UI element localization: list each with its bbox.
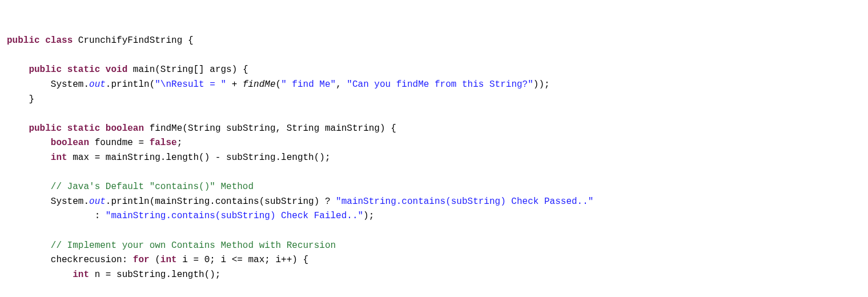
paren-open: ( [276, 79, 282, 90]
keyword-static: static [67, 123, 101, 134]
system-ref: System. [51, 79, 89, 90]
keyword-int: int [73, 270, 89, 280]
code-line: public class CrunchifyFindString { [7, 35, 194, 46]
operator-plus: + [226, 79, 243, 90]
code-line: : "mainString.contains(subString) Check … [7, 211, 374, 221]
string-literal: "\nResult = " [155, 79, 226, 90]
keyword-public: public [29, 65, 62, 75]
out-field: out [89, 79, 106, 90]
string-literal: "mainString.contains(subString) Check Pa… [336, 196, 593, 207]
var-decl: foundme = [89, 138, 150, 148]
brace-open: { [188, 35, 194, 46]
code-line: int max = mainString.length() - subStrin… [7, 152, 331, 163]
code-line: System.out.println(mainString.contains(s… [7, 196, 593, 207]
for-body: i = 0; i <= max; i++) { [177, 255, 308, 265]
out-field: out [89, 196, 106, 207]
ternary-colon: : [95, 211, 106, 221]
method-sig: main(String[] args) { [133, 65, 248, 75]
class-name: CrunchifyFindString [78, 35, 182, 46]
comment: // Java's Default "contains()" Method [51, 182, 254, 192]
comma: , [336, 79, 347, 90]
method-call: .println( [106, 79, 155, 90]
keyword-false: false [150, 138, 177, 148]
string-literal: "Can you findMe from this String?" [347, 79, 533, 90]
comment: // Implement your own Contains Method wi… [51, 240, 336, 251]
keyword-static: static [67, 65, 101, 75]
code-line: // Java's Default "contains()" Method [7, 182, 254, 192]
keyword-for: for [133, 255, 150, 265]
semicolon: ; [177, 138, 183, 148]
brace-close: } [29, 94, 34, 105]
code-block: public class CrunchifyFindString { publi… [7, 34, 861, 282]
code-line: checkrecusion: for (int i = 0; i <= max;… [7, 255, 308, 265]
string-literal: " find Me" [281, 79, 336, 90]
keyword-int: int [51, 152, 67, 163]
code-line: System.out.println("\nResult = " + findM… [7, 79, 550, 90]
keyword-public: public [7, 35, 40, 46]
method-call-findme: findMe [243, 79, 276, 90]
call-end: )); [533, 79, 550, 90]
keyword-int: int [160, 255, 177, 265]
var-decl: n = subString.length(); [89, 270, 220, 280]
keyword-class: class [45, 35, 73, 46]
code-line: int n = subString.length(); [7, 270, 220, 280]
keyword-void: void [106, 65, 127, 75]
code-line: boolean foundme = false; [7, 138, 182, 148]
code-line: } [7, 94, 34, 105]
label: checkrecusion: [51, 255, 133, 265]
system-ref: System. [51, 196, 89, 207]
keyword-boolean: boolean [51, 138, 89, 148]
keyword-boolean: boolean [106, 123, 144, 134]
code-line: public static void main(String[] args) { [7, 65, 248, 75]
var-decl: max = mainString.length() - subString.le… [67, 152, 331, 163]
method-call: .println(mainString.contains(subString) … [106, 196, 336, 207]
code-line: // Implement your own Contains Method wi… [7, 240, 336, 251]
paren-open: ( [150, 255, 160, 265]
keyword-public: public [29, 123, 62, 134]
method-sig: findMe(String subString, String mainStri… [150, 123, 396, 134]
string-literal: "mainString.contains(subString) Check Fa… [106, 211, 363, 221]
call-end: ); [363, 211, 374, 221]
code-line: public static boolean findMe(String subS… [7, 123, 396, 134]
